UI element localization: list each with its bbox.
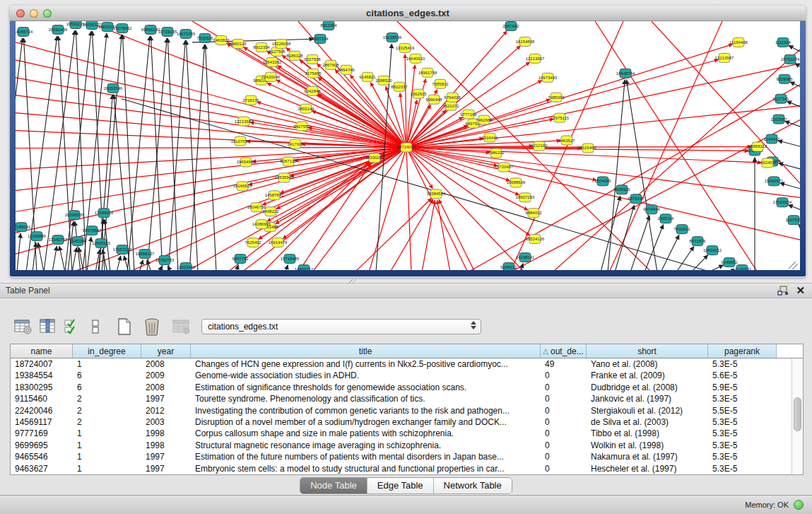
column-settings-icon[interactable] — [14, 318, 33, 335]
canvas-resize-grip[interactable] — [789, 262, 798, 269]
graph-node[interactable]: 15720407 — [495, 163, 514, 172]
table-vertical-scrollbar[interactable] — [792, 358, 803, 474]
table-row[interactable]: 977716911998Corpus callosum shape and si… — [11, 428, 792, 439]
graph-node[interactable]: 1588520 — [375, 76, 392, 85]
delete-table-icon[interactable] — [172, 318, 191, 335]
graph-node[interactable]: 19218506 — [383, 33, 402, 42]
graph-node[interactable]: 13342757 — [49, 235, 68, 245]
graph-node[interactable]: 3175685 — [305, 69, 322, 78]
table-row[interactable]: 946554611997Estimation of the future num… — [11, 451, 792, 462]
graph-node[interactable]: 9242848 — [304, 86, 321, 95]
row-height-icon[interactable] — [90, 318, 100, 335]
graph-node[interactable]: 7986332 — [488, 148, 505, 158]
column-header-name[interactable]: name — [11, 344, 73, 358]
graph-node[interactable]: 16961758 — [418, 68, 437, 77]
graph-node[interactable]: 8454749 — [338, 65, 355, 74]
graph-node[interactable]: 11154408 — [729, 37, 748, 47]
column-header-title[interactable]: title — [191, 344, 541, 358]
graph-node[interactable]: 14850712 — [295, 265, 314, 270]
column-header-short[interactable]: short — [587, 344, 708, 358]
graph-node[interactable]: 9884012 — [525, 209, 542, 218]
column-header-year[interactable]: year — [141, 344, 191, 358]
graph-node[interactable]: 9990448 — [425, 95, 442, 104]
graph-node[interactable]: 7625402 — [245, 238, 261, 247]
graph-node[interactable]: 14671355 — [177, 29, 196, 38]
graph-node[interactable]: 20531126 — [66, 21, 86, 28]
graph-node[interactable]: 12213987 — [715, 53, 734, 62]
minimize-button[interactable] — [30, 9, 38, 18]
tab-edge-table[interactable]: Edge Table — [367, 478, 434, 493]
graph-node[interactable]: 15718485 — [281, 255, 300, 264]
graph-node[interactable]: 8938923 — [613, 185, 630, 194]
graph-node[interactable]: 9245652 — [721, 258, 738, 267]
graph-node[interactable]: 2935114 — [658, 214, 675, 223]
table-select-dropdown[interactable]: citations_edges.txt — [201, 319, 481, 334]
graph-node[interactable]: 9857791 — [232, 255, 249, 264]
scrollbar-thumb[interactable] — [794, 397, 801, 431]
select-rows-icon[interactable] — [64, 318, 79, 335]
graph-node[interactable]: 7485063 — [548, 93, 565, 102]
column-header-out_de[interactable]: △out_de... — [541, 344, 587, 358]
graph-node[interactable]: 10543392 — [263, 57, 282, 66]
graph-node[interactable]: 16154838 — [516, 37, 535, 46]
graph-node[interactable]: 9245012 — [500, 263, 517, 270]
select-columns-icon[interactable] — [40, 318, 57, 335]
graph-node[interactable]: 20691406 — [49, 25, 68, 34]
graph-node[interactable]: 1874095 — [594, 177, 611, 186]
graph-node[interactable]: 6879197 — [628, 194, 645, 204]
graph-node[interactable]: 8186328 — [286, 51, 303, 60]
window-titlebar[interactable]: citations_edges.txt — [10, 6, 806, 21]
graph-node[interactable]: 19384554 — [427, 189, 446, 199]
graph-node[interactable]: 7957224 — [312, 34, 329, 43]
graph-node[interactable]: 7955812 — [432, 79, 449, 88]
graph-node[interactable]: 1417006 — [287, 139, 304, 148]
graph-node[interactable]: 9777169 — [460, 110, 477, 119]
graph-node[interactable]: 10654112 — [703, 246, 722, 255]
graph-node[interactable]: 12923448 — [177, 263, 196, 270]
graph-node[interactable]: 18107554 — [231, 136, 250, 146]
graph-node[interactable]: 2687682 — [502, 21, 519, 30]
column-header-pagerank[interactable]: pagerank — [708, 344, 777, 358]
table-row[interactable]: 2242004622012Investigating the contribut… — [11, 405, 792, 416]
graph-node[interactable]: 20053346 — [104, 83, 123, 93]
graph-node[interactable]: 9227341 — [772, 94, 789, 103]
zoom-button[interactable] — [43, 9, 52, 18]
float-panel-icon[interactable] — [777, 286, 789, 296]
tab-network-table[interactable]: Network Table — [434, 478, 512, 493]
graph-node[interactable]: 15692971 — [765, 177, 784, 186]
graph-node[interactable]: 1244412 — [763, 134, 780, 144]
graph-node[interactable]: 13325419 — [396, 43, 415, 52]
graph-node[interactable]: 7632621 — [673, 225, 690, 234]
graph-node[interactable]: 16648784 — [616, 69, 635, 78]
graph-node[interactable]: 14055724 — [16, 27, 33, 36]
table-row[interactable]: 1872400712008Changes of HCN gene express… — [11, 358, 792, 370]
graph-node[interactable]: 2803144 — [298, 104, 314, 113]
graph-node[interactable]: 9327508 — [304, 54, 321, 64]
graph-node[interactable]: 2316441 — [481, 133, 498, 142]
graph-node[interactable]: 7515526 — [196, 33, 213, 42]
graph-node[interactable]: 10688609 — [507, 178, 526, 187]
tab-node-table[interactable]: Node Table — [300, 478, 367, 493]
graph-node[interactable]: 1362615 — [410, 89, 427, 98]
trash-icon[interactable] — [143, 317, 161, 337]
graph-node[interactable]: 19524126 — [526, 235, 545, 244]
table-row[interactable]: 946362711997Embryonic stem cells: a mode… — [11, 463, 792, 474]
graph-node[interactable]: 10958107 — [136, 250, 155, 259]
graph-node[interactable]: 1107533 — [786, 216, 800, 225]
column-header-in_degree[interactable]: in_degree — [73, 344, 141, 358]
graph-node[interactable]: 99975887 — [83, 226, 102, 235]
graph-node[interactable]: 9115460 — [580, 144, 597, 153]
graph-node[interactable]: 8471676 — [689, 237, 706, 246]
graph-node[interactable]: 14587831 — [265, 191, 284, 200]
close-icon[interactable]: ✕ — [796, 285, 805, 296]
graph-node[interactable]: 16782753 — [155, 256, 175, 265]
graph-node[interactable]: 8267130 — [280, 157, 297, 166]
table-row[interactable]: 1456911722003Disruption of a novel membe… — [11, 416, 792, 428]
graph-node[interactable]: 10719155 — [158, 27, 177, 36]
graph-node[interactable]: 8912354 — [253, 42, 270, 52]
graph-node[interactable]: 12213967 — [526, 54, 545, 63]
table-row[interactable]: 1830029562008Estimation of significance … — [11, 382, 792, 393]
graph-node[interactable]: 2718176 — [242, 95, 259, 105]
graph-node[interactable]: 16640910 — [406, 54, 425, 63]
graph-node[interactable]: 1111304 — [775, 37, 792, 47]
